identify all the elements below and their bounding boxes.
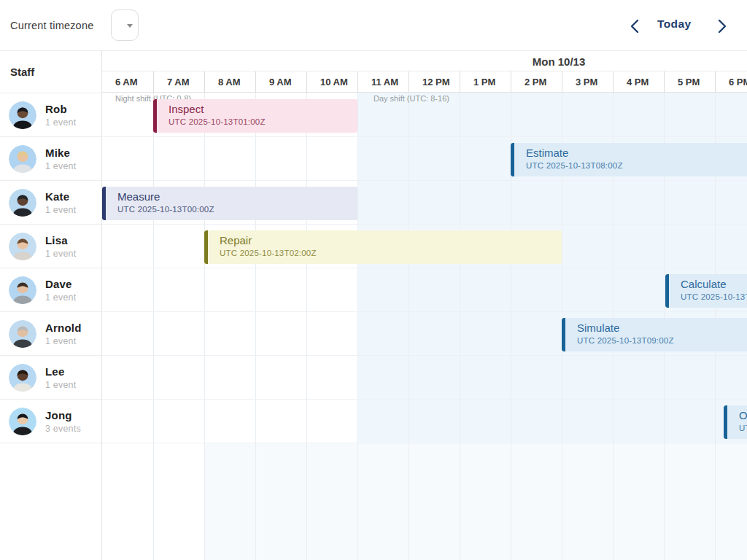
staff-row-kate: Kate1 event <box>0 181 102 225</box>
time-slot-label: 5 PM <box>664 71 715 92</box>
time-slot-label: 7 AM <box>153 71 204 92</box>
date-label: Mon 10/13 <box>533 55 586 68</box>
timeline: Mon 10/13 6 AM7 AM8 AM9 AM10 AM11 AM12 P… <box>102 51 747 560</box>
staff-meta: Kate1 event <box>45 190 76 215</box>
staff-event-count: 1 event <box>45 161 76 171</box>
staff-meta: Jong3 events <box>45 409 81 434</box>
grid-column-line <box>306 93 307 560</box>
event-calculate[interactable]: CalculateUTC 2025-10-13T11:00Z <box>665 274 747 308</box>
avatar <box>9 233 36 260</box>
staff-row-jong: Jong3 events <box>0 400 102 443</box>
staff-row-mike: Mike1 event <box>0 137 102 181</box>
timezone-select[interactable] <box>111 9 139 41</box>
staff-row-lisa: Lisa1 event <box>0 225 102 268</box>
event-color-bar <box>102 187 106 220</box>
staff-row-arnold: Arnold1 event <box>0 312 102 356</box>
previous-day-button[interactable] <box>625 16 646 36</box>
schedule-grid[interactable]: Night shift (UTC: 0-8)Day shift (UTC: 8-… <box>102 93 747 560</box>
grid-column-line <box>409 93 409 560</box>
staff-meta: Arnold1 event <box>45 322 82 346</box>
staff-name: Dave <box>45 278 76 290</box>
staff-event-count: 3 events <box>45 424 81 434</box>
staff-column: Staff Rob1 eventMike1 eventKate1 eventLi… <box>0 51 102 560</box>
event-color-bar <box>724 405 727 439</box>
grid-row-line <box>102 180 747 181</box>
toolbar: Current timezone Today <box>0 0 747 51</box>
avatar <box>9 276 36 304</box>
avatar <box>9 101 36 129</box>
grid-column-line <box>153 93 154 560</box>
event-title: Simulate <box>577 322 619 334</box>
chevron-down-icon <box>127 24 133 28</box>
event-simulate[interactable]: SimulateUTC 2025-10-13T09:00Z <box>562 318 747 351</box>
time-slot-label: 6 AM <box>102 71 153 92</box>
event-measure[interactable]: MeasureUTC 2025-10-13T00:00Z <box>102 187 357 220</box>
event-order[interactable]: OrderUTC 2025-10-13T12:00Z <box>724 405 747 439</box>
next-day-button[interactable] <box>711 16 732 36</box>
time-header-row: 6 AM7 AM8 AM9 AM10 AM11 AM12 PM1 PM2 PM3… <box>102 71 747 93</box>
staff-row-list: Rob1 eventMike1 eventKate1 eventLisa1 ev… <box>0 93 102 443</box>
grid-column-line <box>357 93 358 560</box>
staff-event-count: 1 event <box>45 117 76 128</box>
event-title: Inspect <box>169 103 204 115</box>
event-color-bar <box>204 230 208 264</box>
scheduler-app: Current timezone Today Staff Rob1 eventM… <box>0 0 747 560</box>
staff-event-count: 1 event <box>45 336 82 346</box>
event-subtitle: UTC 2025-10-13T00:00Z <box>117 205 214 214</box>
staff-meta: Lisa1 event <box>45 234 76 259</box>
grid-row-line <box>102 224 747 225</box>
staff-event-count: 1 event <box>45 380 76 390</box>
today-button[interactable]: Today <box>657 18 692 31</box>
event-repair[interactable]: RepairUTC 2025-10-13T02:00Z <box>204 230 562 264</box>
avatar-image <box>9 276 36 304</box>
staff-name: Rob <box>45 103 76 115</box>
grid-row-line <box>102 311 747 312</box>
staff-name: Lee <box>45 365 76 378</box>
staff-meta: Lee1 event <box>45 365 76 390</box>
time-slot-label: 12 PM <box>409 71 460 92</box>
event-title: Estimate <box>526 147 568 159</box>
event-subtitle: UTC 2025-10-13T11:00Z <box>681 292 747 301</box>
avatar-image <box>9 320 36 348</box>
event-title: Order <box>739 409 747 421</box>
avatar <box>9 145 36 173</box>
grid-row-line <box>102 268 747 268</box>
bottom-area-shading <box>204 443 747 560</box>
staff-name: Jong <box>45 409 81 421</box>
avatar-image <box>9 189 36 217</box>
time-slot-label: 2 PM <box>511 71 562 92</box>
staff-event-count: 1 event <box>45 249 76 259</box>
time-slot-label: 10 AM <box>306 71 357 92</box>
event-color-bar <box>665 274 669 308</box>
grid-row-line <box>102 399 747 400</box>
chevron-left-icon <box>625 16 646 36</box>
event-title: Repair <box>220 234 252 246</box>
staff-meta: Dave1 event <box>45 278 76 303</box>
grid-column-line <box>460 93 460 560</box>
staff-row-rob: Rob1 event <box>0 93 102 137</box>
staff-name: Kate <box>45 190 76 203</box>
event-title: Measure <box>117 190 160 203</box>
staff-column-header: Staff <box>10 66 34 78</box>
day-shift-annotation: Day shift (UTC: 8-16) <box>374 94 449 103</box>
date-header-row: Mon 10/13 <box>102 51 747 71</box>
staff-row-lee: Lee1 event <box>0 356 102 400</box>
staff-event-count: 1 event <box>45 292 76 303</box>
avatar <box>9 320 36 348</box>
event-inspect[interactable]: InspectUTC 2025-10-13T01:00Z <box>153 99 357 133</box>
grid-row-line <box>102 355 747 356</box>
event-estimate[interactable]: EstimateUTC 2025-10-13T08:00Z <box>511 143 747 176</box>
staff-row-dave: Dave1 event <box>0 268 102 312</box>
time-slot-label: 9 AM <box>255 71 306 92</box>
grid-row-line <box>102 136 747 137</box>
avatar-image <box>9 145 36 173</box>
avatar-image <box>9 101 36 129</box>
staff-meta: Mike1 event <box>45 147 76 171</box>
event-subtitle: UTC 2025-10-13T08:00Z <box>526 161 623 170</box>
avatar <box>9 364 36 392</box>
grid-column-line <box>204 93 205 560</box>
time-slot-label: 1 PM <box>460 71 511 92</box>
avatar-image <box>9 233 36 260</box>
event-color-bar <box>511 143 514 176</box>
event-title: Calculate <box>681 278 727 290</box>
